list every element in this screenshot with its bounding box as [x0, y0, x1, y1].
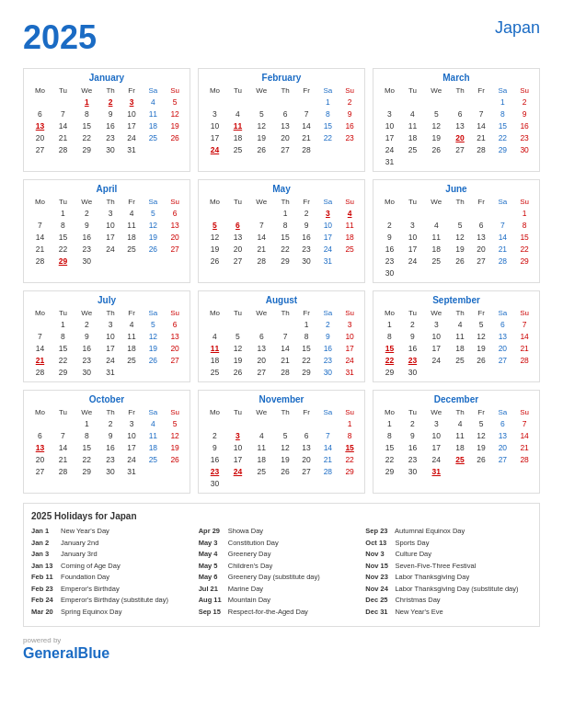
holiday-name: January 3rd — [61, 550, 98, 558]
calendar-day: 16 — [317, 342, 339, 354]
calendar-day: 11 — [402, 119, 423, 131]
calendar-day: 9 — [202, 441, 227, 453]
day-header-tu: Tu — [227, 85, 248, 96]
calendar-day: 25 — [339, 243, 361, 255]
calendar-day — [377, 207, 402, 219]
calendar-day: 6 — [296, 429, 317, 441]
list-item: Jul 21 Marine Day — [199, 585, 365, 595]
day-header-fr: Fr — [471, 407, 492, 417]
calendar-day: 14 — [52, 119, 74, 131]
calendar-day: 14 — [513, 429, 535, 441]
calendar-day: 8 — [317, 108, 339, 119]
calendar-day: 1 — [275, 207, 296, 219]
calendar-day: 22 — [513, 243, 535, 255]
calendar-day: 23 — [100, 453, 121, 465]
calendar-day — [248, 96, 275, 108]
month-august: AugustMoTuWeThFrSaSu12345678910111213141… — [198, 290, 365, 382]
holiday-date: Jan 13 — [31, 562, 59, 572]
list-item: Mar 20 Spring Equinox Day — [31, 608, 198, 618]
list-item: Dec 31 New Year's Eve — [365, 608, 532, 618]
calendar-day: 21 — [317, 453, 339, 465]
calendar-day: 14 — [471, 119, 492, 131]
calendar-day: 12 — [143, 219, 165, 231]
day-header-mo: Mo — [377, 197, 402, 207]
calendar-day: 7 — [248, 219, 275, 231]
calendar-day: 5 — [471, 417, 492, 429]
calendar-day — [202, 318, 227, 330]
calendar-day: 1 — [74, 417, 100, 429]
calendar-day: 16 — [513, 119, 535, 131]
day-header-su: Su — [339, 85, 361, 96]
day-header-tu: Tu — [402, 197, 423, 207]
calendar-day: 6 — [164, 318, 186, 330]
day-header-th: Th — [450, 407, 471, 417]
calendar-day: 4 — [402, 108, 423, 119]
calendar-day: 13 — [450, 119, 471, 131]
calendar-day: 19 — [423, 131, 450, 143]
calendar-day — [402, 96, 423, 108]
day-header-su: Su — [164, 85, 186, 96]
calendar-day — [296, 96, 317, 108]
day-header-tu: Tu — [52, 85, 74, 96]
holiday-date: Feb 24 — [31, 596, 59, 606]
calendar-day — [492, 465, 514, 477]
calendar-day: 1 — [74, 96, 100, 108]
calendar-day: 4 — [248, 429, 275, 441]
calendar-day — [423, 155, 450, 167]
calendar-day: 22 — [52, 243, 74, 255]
calendar-day: 5 — [227, 330, 248, 342]
calendar-day: 12 — [275, 441, 296, 453]
calendar-day: 2 — [296, 207, 317, 219]
calendar-day: 4 — [143, 96, 165, 108]
calendar-day: 4 — [450, 318, 471, 330]
holidays-column-2: Apr 29 Showa DayMay 3 Constitution DayMa… — [199, 527, 365, 619]
calendar-day — [513, 366, 535, 378]
calendar-day: 25 — [202, 366, 227, 378]
calendar-day: 3 — [100, 318, 121, 330]
calendar-day: 24 — [121, 131, 143, 143]
calendar-day: 25 — [143, 131, 165, 143]
calendar-day: 3 — [100, 207, 121, 219]
calendar-day: 2 — [402, 417, 423, 429]
calendar-day: 8 — [492, 108, 514, 119]
calendar-day: 23 — [513, 131, 535, 143]
calendar-day: 6 — [28, 108, 52, 119]
day-header-fr: Fr — [121, 308, 143, 318]
calendar-day: 19 — [471, 441, 492, 453]
month-title: March — [377, 73, 535, 83]
calendar-day: 31 — [121, 465, 143, 477]
calendar-day: 13 — [28, 441, 52, 453]
calendar-day: 13 — [164, 219, 186, 231]
list-item: May 4 Greenery Day — [199, 550, 365, 560]
calendar-day: 23 — [296, 243, 317, 255]
calendar-day: 17 — [121, 441, 143, 453]
calendar-day: 30 — [100, 143, 121, 155]
day-header-tu: Tu — [402, 308, 423, 318]
calendar-day — [227, 477, 248, 489]
holiday-date: May 6 — [199, 573, 226, 583]
calendar-day: 6 — [164, 207, 186, 219]
calendar-day: 14 — [52, 441, 74, 453]
calendar-day: 3 — [402, 219, 423, 231]
calendar-day: 30 — [296, 255, 317, 267]
calendar-day — [52, 96, 74, 108]
day-header-su: Su — [513, 197, 535, 207]
calendar-day: 7 — [317, 429, 339, 441]
list-item: Feb 23 Emperor's Birthday — [31, 585, 198, 595]
calendar-day: 26 — [471, 453, 492, 465]
calendar-day: 20 — [28, 131, 52, 143]
holiday-name: Marine Day — [228, 585, 263, 593]
calendar-day: 31 — [121, 143, 143, 155]
calendar-day: 17 — [377, 131, 402, 143]
calendar-day: 1 — [492, 96, 514, 108]
calendar-day: 12 — [423, 119, 450, 131]
calendar-day — [143, 465, 165, 477]
calendar-day: 11 — [450, 429, 471, 441]
month-title: December — [377, 394, 535, 404]
calendar-day: 9 — [296, 219, 317, 231]
day-header-we: We — [74, 197, 100, 207]
calendar-day: 30 — [513, 143, 535, 155]
calendar-day: 23 — [377, 255, 402, 267]
holiday-name: Culture Day — [395, 550, 431, 558]
calendar-day: 26 — [164, 453, 186, 465]
